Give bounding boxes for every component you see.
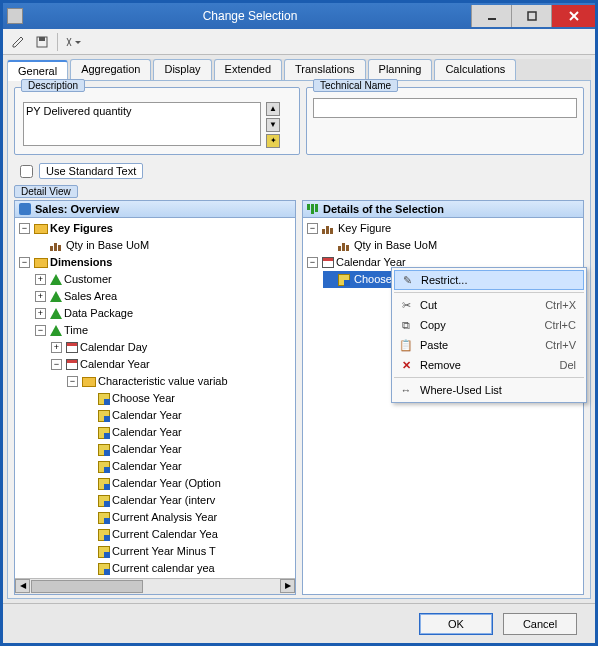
tab-calculations[interactable]: Calculations bbox=[434, 59, 516, 80]
tree-node-label[interactable]: Calendar Year bbox=[112, 424, 182, 441]
tree-node-label[interactable]: Data Package bbox=[64, 305, 133, 322]
ctx-restrict[interactable]: ✎Restrict... bbox=[394, 270, 584, 290]
tree-node-label[interactable]: Key Figures bbox=[50, 220, 113, 237]
right-panel-title: Details of the Selection bbox=[323, 203, 444, 215]
description-legend: Description bbox=[21, 79, 85, 92]
expand-toggle[interactable]: − bbox=[35, 325, 46, 336]
tree-node-label[interactable]: Current Calendar Yea bbox=[112, 526, 218, 543]
dimension-icon bbox=[50, 308, 62, 319]
expand-toggle[interactable]: + bbox=[35, 308, 46, 319]
tree-node-label[interactable]: Customer bbox=[64, 271, 112, 288]
tree-node-label[interactable]: Key Figure bbox=[338, 220, 391, 237]
ctx-where-used[interactable]: ↔Where-Used List bbox=[394, 380, 584, 400]
expand-toggle[interactable]: + bbox=[35, 274, 46, 285]
scroll-thumb[interactable] bbox=[31, 580, 143, 593]
minimize-button[interactable] bbox=[471, 5, 511, 27]
edit-icon[interactable] bbox=[9, 33, 27, 51]
tab-planning[interactable]: Planning bbox=[368, 59, 433, 80]
close-button[interactable] bbox=[551, 5, 595, 27]
expand-toggle[interactable]: − bbox=[19, 223, 30, 234]
keyfigure-icon bbox=[50, 241, 64, 251]
tree-node-label[interactable]: Dimensions bbox=[50, 254, 112, 271]
tree-node-label[interactable]: Current Analysis Year bbox=[112, 509, 217, 526]
tabstrip: General Aggregation Display Extended Tra… bbox=[7, 59, 591, 81]
description-scroll-up[interactable]: ▲ bbox=[266, 102, 280, 116]
calendar-icon bbox=[322, 257, 334, 268]
paste-icon: 📋 bbox=[396, 339, 416, 352]
system-icon bbox=[7, 8, 23, 24]
where-used-icon: ↔ bbox=[396, 384, 416, 396]
expand-toggle[interactable]: − bbox=[19, 257, 30, 268]
expand-toggle[interactable]: − bbox=[307, 223, 318, 234]
expand-toggle[interactable]: − bbox=[307, 257, 318, 268]
tab-display[interactable]: Display bbox=[153, 59, 211, 80]
ctx-paste[interactable]: 📋PasteCtrl+V bbox=[394, 335, 584, 355]
description-input[interactable] bbox=[23, 102, 261, 146]
folder-icon bbox=[34, 258, 48, 268]
dimension-icon bbox=[50, 274, 62, 285]
left-panel-title: Sales: Overview bbox=[35, 203, 119, 215]
tree-node-label[interactable]: Qty in Base UoM bbox=[66, 237, 149, 254]
tab-translations[interactable]: Translations bbox=[284, 59, 366, 80]
tree-node-label[interactable]: Characteristic value variab bbox=[98, 373, 228, 390]
variable-icon bbox=[98, 393, 110, 405]
tree-node-label[interactable]: Calendar Year (interv bbox=[112, 492, 215, 509]
tree-node-label[interactable]: Calendar Year bbox=[112, 441, 182, 458]
tree-node-label[interactable]: Sales Area bbox=[64, 288, 117, 305]
scroll-right-arrow[interactable]: ▶ bbox=[280, 579, 295, 593]
tab-aggregation[interactable]: Aggregation bbox=[70, 59, 151, 80]
detail-view-legend: Detail View bbox=[14, 185, 78, 198]
tree-node-label[interactable]: Calendar Year (Option bbox=[112, 475, 221, 492]
tree-node-label[interactable]: Calendar Day bbox=[80, 339, 147, 356]
tab-extended[interactable]: Extended bbox=[214, 59, 282, 80]
restrict-icon: ✎ bbox=[397, 274, 417, 287]
tree-node-label[interactable]: Calendar Year bbox=[112, 458, 182, 475]
horizontal-scrollbar[interactable]: ◀ ▶ bbox=[15, 578, 295, 594]
tree-node-label[interactable]: Qty in Base UoM bbox=[354, 237, 437, 254]
expand-toggle[interactable]: − bbox=[51, 359, 62, 370]
expand-toggle[interactable]: + bbox=[51, 342, 62, 353]
save-icon[interactable] bbox=[33, 33, 51, 51]
tree-node-label[interactable]: Calendar Year bbox=[80, 356, 150, 373]
dimension-icon bbox=[50, 325, 62, 336]
tree-node-label[interactable]: Time bbox=[64, 322, 88, 339]
variable-icon bbox=[98, 427, 110, 439]
variable-icon bbox=[98, 461, 110, 473]
left-panel: Sales: Overview −Key Figures Qty in Base… bbox=[14, 200, 296, 595]
variable-icon bbox=[338, 274, 350, 286]
use-standard-text-row: Use Standard Text bbox=[14, 163, 584, 179]
tree-node-label[interactable]: Current calendar yea bbox=[112, 560, 215, 577]
description-fieldset: Description ▲ ▼ ✦ bbox=[14, 87, 300, 155]
maximize-button[interactable] bbox=[511, 5, 551, 27]
tools-dropdown-icon[interactable] bbox=[64, 33, 82, 51]
tree-node-label[interactable]: Choose Year bbox=[112, 390, 175, 407]
variable-icon bbox=[98, 444, 110, 456]
copy-icon: ⧉ bbox=[396, 319, 416, 332]
cancel-button[interactable]: Cancel bbox=[503, 613, 577, 635]
tree-node-label[interactable]: Current Year Minus T bbox=[112, 543, 216, 560]
description-helper-icon[interactable]: ✦ bbox=[266, 134, 280, 148]
technical-name-input[interactable] bbox=[313, 98, 577, 118]
description-scroll-down[interactable]: ▼ bbox=[266, 118, 280, 132]
ctx-cut[interactable]: ✂CutCtrl+X bbox=[394, 295, 584, 315]
expand-toggle[interactable]: − bbox=[67, 376, 78, 387]
variable-icon bbox=[98, 529, 110, 541]
calendar-icon bbox=[66, 342, 78, 353]
keyfigure-icon bbox=[307, 204, 319, 214]
scroll-left-arrow[interactable]: ◀ bbox=[15, 579, 30, 593]
svg-rect-1 bbox=[528, 12, 536, 20]
use-standard-text-checkbox[interactable] bbox=[20, 165, 33, 178]
expand-toggle[interactable]: + bbox=[35, 291, 46, 302]
ok-button[interactable]: OK bbox=[419, 613, 493, 635]
ctx-remove[interactable]: ✕RemoveDel bbox=[394, 355, 584, 375]
window: Change Selection General Aggregation Dis… bbox=[0, 0, 598, 646]
tab-general[interactable]: General bbox=[7, 60, 68, 81]
calendar-icon bbox=[66, 359, 78, 370]
left-tree[interactable]: −Key Figures Qty in Base UoM −Dimensions… bbox=[15, 218, 295, 578]
ctx-copy[interactable]: ⧉CopyCtrl+C bbox=[394, 315, 584, 335]
tree-node-label[interactable]: Calendar Year bbox=[112, 407, 182, 424]
cut-icon: ✂ bbox=[396, 299, 416, 312]
right-panel-header: Details of the Selection bbox=[303, 201, 583, 218]
variable-icon bbox=[98, 563, 110, 575]
dimension-icon bbox=[50, 291, 62, 302]
